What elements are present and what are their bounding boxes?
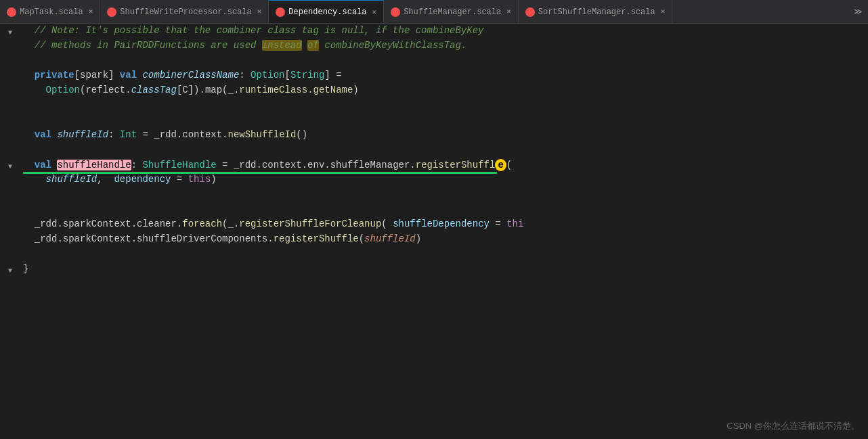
- code-text-2c: [302, 40, 307, 51]
- code-text-15b: registerShuffle: [274, 233, 359, 244]
- code-text-4i: [: [285, 70, 290, 80]
- gutter-row-17: ▼: [0, 263, 20, 278]
- tab-maptask[interactable]: MapTask.scala ✕: [0, 0, 100, 24]
- code-text-11c: ,: [97, 174, 114, 185]
- code-text-10c: [51, 160, 57, 170]
- code-text-14g: =: [490, 218, 506, 229]
- code-text-11g: ): [211, 174, 216, 185]
- code-text-8e: :: [108, 129, 120, 140]
- code-text-2e: combineByKeyWithClassTag.: [319, 40, 466, 51]
- code-text-15e: ): [416, 233, 421, 244]
- close-icon-sortshufflemanager[interactable]: ✕: [661, 8, 666, 16]
- code-text-8b: val: [35, 129, 51, 140]
- gutter-row-7: [0, 114, 20, 129]
- code-text-5a: [23, 85, 46, 95]
- code-text-14a: _rdd.sparkContext.cleaner.: [23, 218, 182, 229]
- gutter-row-11: [0, 174, 20, 189]
- code-line-3: [20, 55, 860, 70]
- tab-label-dependency: Dependency.scala: [288, 7, 366, 17]
- code-text-10h: registerShuffl: [416, 160, 496, 170]
- gutter-row-3: [0, 55, 20, 70]
- gutter-row-13: [0, 204, 20, 218]
- code-text-5f: runtimeClass: [239, 85, 307, 95]
- close-icon-shufflemanager[interactable]: ✕: [506, 8, 511, 16]
- code-line-9: [20, 144, 860, 159]
- gutter-row-6: [0, 99, 20, 114]
- code-text-10i: (: [506, 160, 512, 170]
- code-text-11a: [23, 174, 46, 185]
- code-text-14f: shuffleDependency: [393, 218, 490, 229]
- code-text-11e: =: [171, 174, 188, 185]
- tab-label-shufflemanager: ShuffleManager.scala: [404, 7, 501, 17]
- code-text-4f: combinerClassName: [142, 70, 239, 80]
- code-text-4g: :: [239, 70, 251, 80]
- code-text-1: // Note: It's possible that the combiner…: [23, 25, 484, 36]
- tab-overflow-button[interactable]: ≫: [848, 0, 868, 23]
- tab-shufflemanager[interactable]: ShuffleManager.scala ✕: [384, 0, 519, 24]
- code-text-15c: (: [359, 233, 364, 244]
- code-text-4b: private: [35, 70, 74, 80]
- line-gutter: ▼ ▼ ▼: [0, 24, 20, 439]
- code-line-8: val shuffleId: Int = _rdd.context.newShu…: [20, 129, 860, 144]
- close-icon-shufflewrite[interactable]: ✕: [257, 8, 262, 16]
- gutter-row-5: [0, 85, 20, 99]
- code-text-11f: this: [188, 174, 211, 185]
- code-text-5e: [C]).map(_.: [177, 85, 239, 95]
- code-text-2b: instead: [262, 40, 302, 51]
- gutter-row-1: ▼: [0, 25, 20, 40]
- fold-arrow-1[interactable]: ▼: [8, 29, 12, 37]
- code-text-2a: // methods in PairRDDFunctions are used: [23, 40, 262, 51]
- code-text-14d: registerShuffleForCleanup: [239, 218, 381, 229]
- code-line-10: 💡 val shuffleHandle: ShuffleHandle = _rd…: [20, 159, 860, 174]
- tab-icon-dependency: [276, 7, 285, 17]
- gutter-row-14: [0, 218, 20, 233]
- code-text-10d: shuffleHandle: [57, 160, 131, 170]
- code-text-8c: [51, 129, 57, 140]
- code-text-4c: [spark]: [74, 70, 120, 80]
- close-icon-dependency[interactable]: ✕: [372, 9, 377, 16]
- tab-icon-maptask: [7, 7, 16, 17]
- code-line-7: [20, 114, 860, 129]
- tab-label-sortshufflemanager: SortShuffleManager.scala: [538, 7, 655, 17]
- code-text-10b: val: [35, 160, 51, 170]
- code-text-10g: = _rdd.context.env.shuffleManager.: [217, 160, 416, 170]
- code-text-8d: shuffleId: [57, 129, 108, 140]
- code-text-5b: Option: [46, 85, 80, 95]
- tab-icon-sortshufflemanager: [525, 7, 535, 17]
- tab-shufflewrite[interactable]: ShuffleWriteProcessor.scala ✕: [100, 0, 269, 24]
- code-text-4k: ] =: [324, 70, 341, 80]
- tab-icon-shufflemanager: [391, 7, 400, 17]
- tab-dependency[interactable]: Dependency.scala ✕: [269, 0, 384, 24]
- code-line-15: _rdd.sparkContext.shuffleDriverComponent…: [20, 233, 860, 248]
- tab-sortshufflemanager[interactable]: SortShuffleManager.scala ✕: [519, 0, 672, 24]
- code-line-5: Option(reflect.classTag[C]).map(_.runtim…: [20, 85, 860, 99]
- code-line-11: shuffleId, dependency = this): [20, 174, 860, 189]
- code-text-10a: [23, 160, 35, 170]
- gutter-row-16: [0, 248, 20, 263]
- code-content[interactable]: // Note: It's possible that the combiner…: [20, 24, 860, 439]
- code-text-4j: String: [290, 70, 324, 80]
- code-text-14c: (_.: [222, 218, 239, 229]
- code-text-4h: Option: [251, 70, 284, 80]
- gutter-row-9: [0, 144, 20, 159]
- vertical-scrollbar[interactable]: [860, 24, 868, 439]
- tab-bar: MapTask.scala ✕ ShuffleWriteProcessor.sc…: [0, 0, 868, 24]
- fold-arrow-10[interactable]: ▼: [8, 163, 12, 170]
- code-text-4a: [23, 70, 35, 80]
- gutter-row-12: [0, 189, 20, 204]
- code-text-2d: of: [307, 40, 319, 51]
- code-text-8a: [23, 129, 35, 140]
- gutter-row-4: [0, 70, 20, 85]
- gutter-row-15: [0, 233, 20, 248]
- code-line-1: // Note: It's possible that the combiner…: [20, 25, 860, 40]
- fold-arrow-17[interactable]: ▼: [8, 267, 12, 275]
- overflow-icon: ≫: [854, 7, 863, 17]
- code-text-14e: (: [381, 218, 393, 229]
- code-line-13: [20, 204, 860, 218]
- code-text-10e: :: [131, 160, 143, 170]
- tab-icon-shufflewrite: [107, 7, 116, 17]
- code-line-14: _rdd.sparkContext.cleaner.foreach(_.regi…: [20, 218, 860, 233]
- code-text-11b: shuffleId: [46, 174, 97, 185]
- close-icon-maptask[interactable]: ✕: [89, 8, 93, 16]
- code-line-16: [20, 248, 860, 263]
